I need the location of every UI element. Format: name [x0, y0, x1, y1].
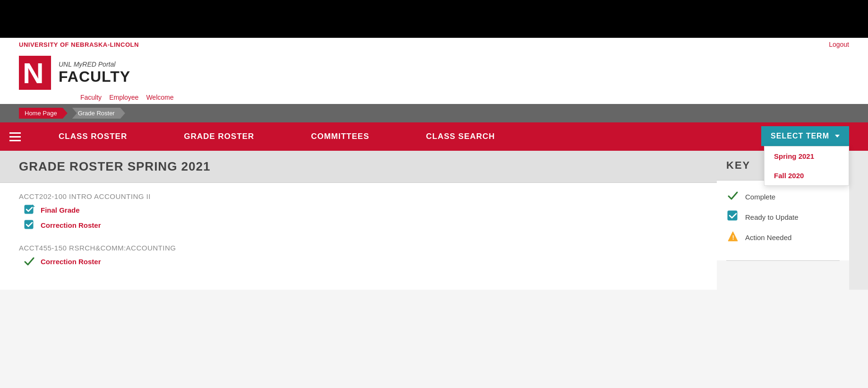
select-term-button[interactable]: SELECT TERM	[761, 126, 849, 146]
svg-rect-3	[25, 220, 33, 229]
portal-title: UNL MyRED Portal FACULTY	[59, 60, 130, 86]
svg-rect-2	[25, 205, 33, 214]
key-divider	[726, 260, 840, 261]
key-ready-icon	[726, 210, 739, 224]
nav-links: Faculty Employee Welcome	[0, 93, 868, 104]
nav-faculty[interactable]: Faculty	[80, 94, 102, 101]
university-bar: UNIVERSITY OF NEBRASKA-LINCOLN Logout	[0, 38, 868, 51]
nav-committees[interactable]: COMMITTEES	[283, 122, 397, 151]
nav-class-search[interactable]: CLASS SEARCH	[398, 122, 524, 151]
correction-roster-link-1[interactable]: Correction Roster	[41, 221, 101, 229]
final-grade-link[interactable]: Final Grade	[41, 206, 80, 214]
portal-subtitle: UNL MyRED Portal	[59, 60, 130, 68]
course-title-1: ACCT202-100 INTRO ACCOUNTING II	[19, 192, 698, 200]
roster-item-correction-1: Correction Roster	[19, 219, 698, 231]
logout-link[interactable]: Logout	[829, 41, 849, 48]
hamburger-line-2	[9, 136, 21, 138]
svg-text:N: N	[23, 57, 44, 89]
course-block-2: ACCT455-150 RSRCH&COMM:ACCOUNTING Correc…	[19, 244, 698, 267]
key-warning-label: Action Needed	[745, 233, 791, 241]
nav-welcome[interactable]: Welcome	[146, 94, 173, 101]
course-title-2: ACCT455-150 RSRCH&COMM:ACCOUNTING	[19, 244, 698, 252]
key-item-complete: Complete	[726, 190, 840, 204]
term-spring-2021[interactable]: Spring 2021	[765, 147, 849, 166]
main-content: GRADE ROSTER SPRING 2021 ACCT202-100 INT…	[0, 151, 868, 290]
top-black-bar	[0, 0, 868, 38]
hamburger-button[interactable]	[0, 132, 30, 141]
breadcrumb-grade-roster[interactable]: Grade Roster	[68, 108, 125, 119]
chevron-down-icon	[835, 135, 840, 138]
course-block-1: ACCT202-100 INTRO ACCOUNTING II Final Gr…	[19, 192, 698, 231]
svg-text:!: !	[732, 234, 734, 241]
key-ready-label: Ready to Update	[745, 213, 799, 221]
hamburger-line-1	[9, 132, 21, 134]
key-complete-icon	[726, 190, 739, 204]
nav-grade-roster[interactable]: GRADE ROSTER	[155, 122, 283, 151]
unl-logo: N	[19, 56, 51, 90]
select-term-dropdown: Spring 2021 Fall 2020	[764, 146, 849, 186]
red-nav-bar: CLASS ROSTER GRADE ROSTER COMMITTEES CLA…	[0, 122, 868, 151]
grade-roster-section: GRADE ROSTER SPRING 2021 ACCT202-100 INT…	[0, 151, 717, 290]
term-fall-2020[interactable]: Fall 2020	[765, 166, 849, 185]
key-complete-label: Complete	[745, 193, 775, 201]
portal-header: N UNL MyRED Portal FACULTY	[0, 51, 868, 93]
roster-item-correction-2: Correction Roster	[19, 256, 698, 267]
ready-to-update-icon-1	[24, 204, 35, 216]
faculty-title: FACULTY	[59, 68, 130, 86]
select-term-label: SELECT TERM	[771, 132, 829, 140]
grade-roster-body: ACCT202-100 INTRO ACCOUNTING II Final Gr…	[0, 183, 717, 290]
correction-roster-link-2[interactable]: Correction Roster	[41, 258, 101, 266]
key-body: Complete Ready to Update !	[717, 181, 849, 260]
key-item-ready: Ready to Update	[726, 210, 840, 224]
nav-employee[interactable]: Employee	[109, 94, 138, 101]
nav-class-roster[interactable]: CLASS ROSTER	[30, 122, 155, 151]
ready-to-update-icon-2	[24, 219, 35, 231]
unl-link[interactable]: UNIVERSITY OF NEBRASKA-LINCOLN	[19, 41, 139, 48]
complete-icon-1	[24, 256, 35, 267]
grade-roster-header: GRADE ROSTER SPRING 2021	[0, 151, 717, 183]
hamburger-line-3	[9, 140, 21, 141]
key-item-warning: ! Action Needed	[726, 231, 840, 244]
roster-item-final-grade: Final Grade	[19, 204, 698, 216]
red-nav-links: CLASS ROSTER GRADE ROSTER COMMITTEES CLA…	[30, 122, 868, 151]
breadcrumb-home[interactable]: Home Page	[19, 108, 68, 119]
select-term-area: SELECT TERM Spring 2021 Fall 2020	[761, 126, 849, 146]
key-warning-icon: !	[726, 231, 739, 244]
right-gray-area	[849, 151, 868, 290]
grade-roster-title: GRADE ROSTER SPRING 2021	[19, 159, 698, 174]
breadcrumb-bar: Home Page Grade Roster	[0, 104, 868, 122]
